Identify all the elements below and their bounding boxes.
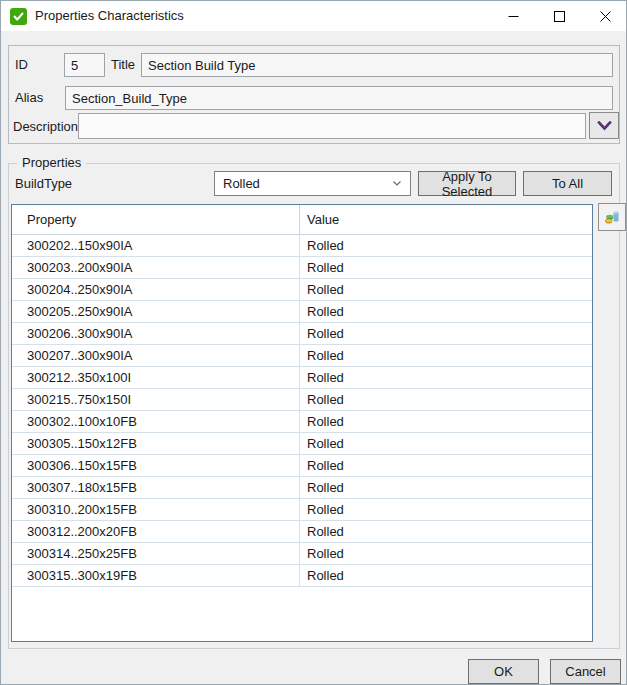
- description-expand-button[interactable]: [589, 112, 619, 139]
- window-title: Properties Characteristics: [35, 1, 184, 31]
- table-row[interactable]: 300207..300x90IARolled: [12, 345, 592, 367]
- minimize-button[interactable]: [490, 1, 536, 31]
- cell-value: Rolled: [299, 455, 592, 476]
- id-field[interactable]: [64, 53, 105, 77]
- maximize-icon: [554, 11, 565, 22]
- colored-cylinders-icon: [604, 209, 621, 226]
- cell-value: Rolled: [299, 235, 592, 256]
- combo-chevron-down-icon: [392, 180, 402, 187]
- cell-value: Rolled: [299, 411, 592, 432]
- table-header-row: Property Value: [12, 205, 592, 235]
- cell-value: Rolled: [299, 477, 592, 498]
- table-row[interactable]: 300202..150x90IARolled: [12, 235, 592, 257]
- table-row[interactable]: 300205..250x90IARolled: [12, 301, 592, 323]
- cancel-button[interactable]: Cancel: [550, 659, 621, 684]
- table-row[interactable]: 300212..350x100IRolled: [12, 367, 592, 389]
- cell-property: 300205..250x90IA: [12, 304, 299, 319]
- cell-property: 300207..300x90IA: [12, 348, 299, 363]
- table-row[interactable]: 300307..180x15FBRolled: [12, 477, 592, 499]
- cell-property: 300212..350x100I: [12, 370, 299, 385]
- apply-to-selected-button[interactable]: Apply To Selected: [418, 171, 516, 196]
- description-label: Description: [13, 119, 78, 134]
- cell-value: Rolled: [299, 367, 592, 388]
- table-row[interactable]: 300315..300x19FBRolled: [12, 565, 592, 587]
- cell-property: 300312..200x20FB: [12, 524, 299, 539]
- table-row[interactable]: 300305..150x12FBRolled: [12, 433, 592, 455]
- close-button[interactable]: [582, 1, 627, 31]
- app-checkmark-icon: [10, 8, 27, 25]
- cell-value: Rolled: [299, 323, 592, 344]
- cell-property: 300204..250x90IA: [12, 282, 299, 297]
- cell-value: Rolled: [299, 433, 592, 454]
- table-body: 300202..150x90IARolled300203..200x90IARo…: [12, 235, 592, 587]
- cell-value: Rolled: [299, 279, 592, 300]
- cell-property: 300206..300x90IA: [12, 326, 299, 341]
- table-row[interactable]: 300203..200x90IARolled: [12, 257, 592, 279]
- column-header-value[interactable]: Value: [299, 205, 592, 234]
- table-row[interactable]: 300310..200x15FBRolled: [12, 499, 592, 521]
- cell-property: 300315..300x19FB: [12, 568, 299, 583]
- chevron-down-icon: [597, 121, 612, 131]
- table-row[interactable]: 300204..250x90IARolled: [12, 279, 592, 301]
- cell-property: 300314..250x25FB: [12, 546, 299, 561]
- cell-value: Rolled: [299, 301, 592, 322]
- column-header-property[interactable]: Property: [12, 212, 299, 227]
- ok-button[interactable]: OK: [468, 659, 539, 684]
- description-field[interactable]: [78, 113, 586, 139]
- buildtype-dropdown[interactable]: Rolled: [214, 171, 411, 196]
- cell-value: Rolled: [299, 521, 592, 542]
- titlebar: Properties Characteristics: [1, 1, 626, 31]
- title-field[interactable]: [141, 53, 613, 77]
- table-row[interactable]: 300215..750x150IRolled: [12, 389, 592, 411]
- cell-value: Rolled: [299, 389, 592, 410]
- statistics-tool-button[interactable]: [598, 203, 626, 231]
- properties-characteristics-dialog: Properties Characteristics ID Title Alia…: [0, 0, 627, 685]
- table-row[interactable]: 300302..100x10FBRolled: [12, 411, 592, 433]
- cell-value: Rolled: [299, 257, 592, 278]
- close-icon: [600, 11, 611, 22]
- id-label: ID: [15, 57, 28, 72]
- cell-property: 300306..150x15FB: [12, 458, 299, 473]
- buildtype-label: BuildType: [15, 176, 72, 191]
- to-all-button[interactable]: To All: [523, 171, 612, 196]
- cell-value: Rolled: [299, 543, 592, 564]
- table-row[interactable]: 300306..150x15FBRolled: [12, 455, 592, 477]
- cell-property: 300310..200x15FB: [12, 502, 299, 517]
- cell-property: 300305..150x12FB: [12, 436, 299, 451]
- cell-property: 300302..100x10FB: [12, 414, 299, 429]
- buildtype-selected-value: Rolled: [223, 176, 392, 191]
- maximize-button[interactable]: [536, 1, 582, 31]
- cell-property: 300307..180x15FB: [12, 480, 299, 495]
- properties-group-legend: Properties: [17, 155, 86, 170]
- alias-label: Alias: [15, 90, 43, 105]
- cell-property: 300202..150x90IA: [12, 238, 299, 253]
- cell-property: 300203..200x90IA: [12, 260, 299, 275]
- cell-value: Rolled: [299, 345, 592, 366]
- table-row[interactable]: 300312..200x20FBRolled: [12, 521, 592, 543]
- table-row[interactable]: 300206..300x90IARolled: [12, 323, 592, 345]
- properties-table: Property Value 300202..150x90IARolled300…: [11, 204, 593, 642]
- alias-field[interactable]: [65, 86, 613, 110]
- cell-value: Rolled: [299, 565, 592, 586]
- table-row[interactable]: 300314..250x25FBRolled: [12, 543, 592, 565]
- title-label: Title: [111, 57, 135, 72]
- cell-value: Rolled: [299, 499, 592, 520]
- cell-property: 300215..750x150I: [12, 392, 299, 407]
- minimize-icon: [508, 11, 519, 22]
